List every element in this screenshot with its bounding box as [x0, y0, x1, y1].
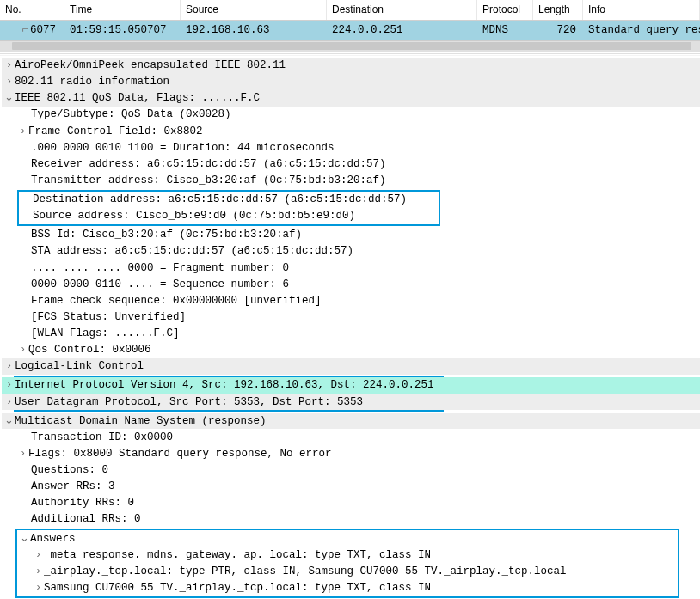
packet-list: No. Time Source Destination Protocol Len…	[0, 0, 700, 52]
tree-udp[interactable]: › User Datagram Protocol, Src Port: 5353…	[2, 394, 700, 410]
tree-questions[interactable]: Questions: 0	[2, 462, 700, 479]
tree-answer-1[interactable]: › _meta_response._mdns._gateway._ap._loc…	[17, 547, 678, 563]
chevron-right-icon[interactable]: ›	[3, 358, 15, 373]
cell-protocol: MDNS	[477, 21, 533, 40]
tree-sequence-number[interactable]: 0000 0000 0110 .... = Sequence number: 6	[2, 276, 700, 292]
col-header-info[interactable]: Info	[583, 0, 700, 20]
tree-sta-address[interactable]: STA address: a6:c5:15:dc:dd:57 (a6:c5:15…	[2, 243, 700, 260]
tree-authority-rrs[interactable]: Authority RRs: 0	[2, 495, 700, 511]
cell-destination: 224.0.0.251	[327, 21, 477, 40]
tree-airopeek[interactable]: › AiroPeek/OmniPeek encapsulated IEEE 80…	[2, 58, 700, 74]
tree-destination-address[interactable]: Destination address: a6:c5:15:dc:dd:57 (…	[19, 192, 439, 208]
chevron-right-icon[interactable]: ›	[17, 342, 28, 357]
cell-length: 720	[533, 21, 583, 40]
col-header-time[interactable]: Time	[64, 0, 181, 20]
tree-frame-control[interactable]: ›Frame Control Field: 0x8802	[2, 123, 700, 139]
highlight-box-addresses: Destination address: a6:c5:15:dc:dd:57 (…	[17, 190, 440, 226]
tree-llc[interactable]: › Logical-Link Control	[2, 358, 700, 375]
tree-transmitter-address[interactable]: Transmitter address: Cisco_b3:20:af (0c:…	[2, 172, 700, 188]
col-header-destination[interactable]: Destination	[327, 0, 477, 20]
chevron-right-icon[interactable]: ›	[3, 377, 15, 392]
chevron-right-icon[interactable]: ›	[3, 74, 15, 89]
highlight-box-answers: ⌄ Answers › _meta_response._mdns._gatewa…	[15, 529, 679, 598]
highlight-box-ip-udp: › Internet Protocol Version 4, Src: 192.…	[14, 376, 444, 412]
cell-source: 192.168.10.63	[181, 21, 327, 40]
packet-list-header: No. Time Source Destination Protocol Len…	[0, 0, 700, 21]
chevron-right-icon[interactable]: ›	[33, 580, 44, 595]
tree-answer-3[interactable]: › Samsung CU7000 55 TV._airplay._tcp.loc…	[17, 579, 678, 596]
tree-ipv4[interactable]: › Internet Protocol Version 4, Src: 192.…	[2, 377, 700, 394]
tree-duration[interactable]: .000 0000 0010 1100 = Duration: 44 micro…	[2, 139, 700, 156]
tree-mdns-flags[interactable]: ›Flags: 0x8000 Standard query response, …	[2, 445, 700, 461]
chevron-down-icon[interactable]: ⌄	[3, 413, 15, 428]
packet-list-scrollbar[interactable]	[0, 40, 700, 52]
chevron-down-icon[interactable]: ⌄	[19, 531, 30, 546]
cell-no: ⌐6077	[0, 21, 64, 40]
tree-answers[interactable]: ⌄ Answers	[17, 530, 678, 547]
tree-qos-control[interactable]: ›Qos Control: 0x0006	[2, 342, 700, 358]
tree-transaction-id[interactable]: Transaction ID: 0x0000	[2, 429, 700, 445]
chevron-right-icon[interactable]: ›	[17, 124, 28, 138]
tree-answer-rrs[interactable]: Answer RRs: 3	[2, 479, 700, 495]
tree-ieee80211[interactable]: ⌄ IEEE 802.11 QoS Data, Flags: ......F.C	[2, 90, 700, 107]
col-header-source[interactable]: Source	[181, 0, 327, 20]
packet-row[interactable]: ⌐6077 01:59:15.050707 192.168.10.63 224.…	[0, 21, 700, 40]
tree-fragment-number[interactable]: .... .... .... 0000 = Fragment number: 0	[2, 260, 700, 276]
tree-receiver-address[interactable]: Receiver address: a6:c5:15:dc:dd:57 (a6:…	[2, 156, 700, 172]
tree-answer-2[interactable]: › _airplay._tcp.local: type PTR, class I…	[17, 563, 678, 579]
tree-source-address[interactable]: Source address: Cisco_b5:e9:d0 (0c:75:bd…	[19, 208, 439, 224]
chevron-right-icon[interactable]: ›	[33, 547, 44, 562]
tree-type-subtype[interactable]: Type/Subtype: QoS Data (0x0028)	[2, 107, 700, 123]
cell-time: 01:59:15.050707	[64, 21, 181, 40]
tree-fcs[interactable]: Frame check sequence: 0x00000000 [unveri…	[2, 292, 700, 309]
tree-wlan-flags[interactable]: [WLAN Flags: ......F.C]	[2, 326, 700, 342]
tree-additional-rrs[interactable]: Additional RRs: 0	[2, 511, 700, 528]
col-header-no[interactable]: No.	[0, 0, 64, 20]
cell-info: Standard query response	[583, 21, 700, 40]
scrollbar-thumb[interactable]	[12, 42, 691, 50]
tree-fcs-status[interactable]: [FCS Status: Unverified]	[2, 309, 700, 325]
chevron-right-icon[interactable]: ›	[3, 58, 15, 72]
tree-radio-info[interactable]: › 802.11 radio information	[2, 74, 700, 90]
chevron-right-icon[interactable]: ›	[17, 446, 28, 461]
packet-details-tree: › AiroPeek/OmniPeek encapsulated IEEE 80…	[0, 58, 700, 599]
col-header-protocol[interactable]: Protocol	[477, 0, 533, 20]
chevron-right-icon[interactable]: ›	[33, 564, 44, 578]
current-packet-icon: ⌐	[20, 22, 30, 38]
tree-mdns[interactable]: ⌄ Multicast Domain Name System (response…	[2, 413, 700, 429]
pane-divider[interactable]	[0, 53, 700, 56]
chevron-right-icon[interactable]: ›	[3, 394, 15, 409]
col-header-length[interactable]: Length	[533, 0, 583, 20]
chevron-down-icon[interactable]: ⌄	[3, 90, 15, 105]
tree-bss-id[interactable]: BSS Id: Cisco_b3:20:af (0c:75:bd:b3:20:a…	[2, 227, 700, 243]
